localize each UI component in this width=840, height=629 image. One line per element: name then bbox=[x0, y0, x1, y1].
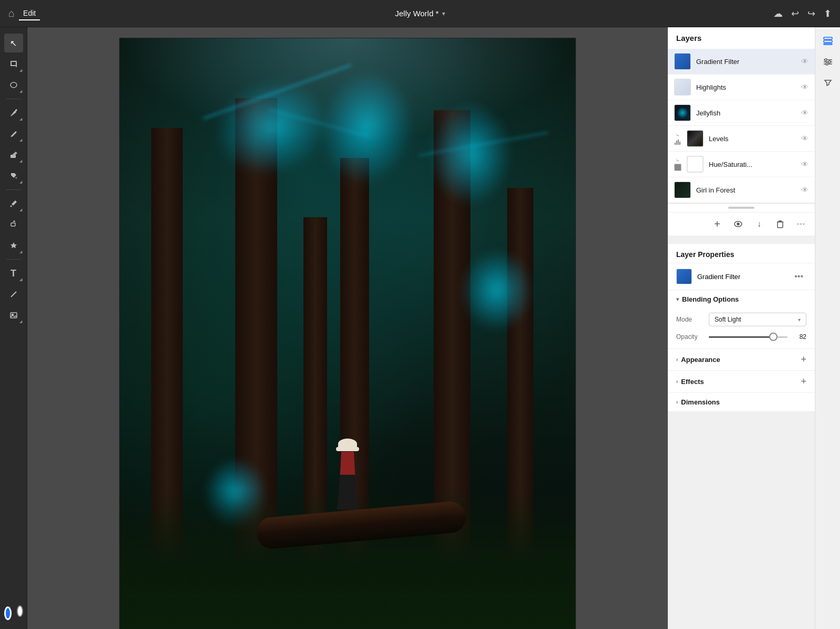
tool-divider-2 bbox=[6, 189, 21, 190]
export-icon[interactable]: ⬆ bbox=[824, 8, 832, 19]
layer-eye-huesat[interactable]: 👁 bbox=[801, 160, 808, 168]
layer-name-gradient-filter: Gradient Filter bbox=[696, 58, 796, 66]
text-tool[interactable]: T◢ bbox=[4, 264, 23, 283]
sky-highlight bbox=[120, 38, 575, 143]
layer-item-huesat[interactable]: ⤷ Hue/Saturati... 👁 bbox=[668, 152, 815, 177]
layer-eye-levels[interactable]: 👁 bbox=[801, 134, 808, 143]
main-layout: ↖ ◢ ◢ ◢ bbox=[0, 27, 840, 629]
effects-section[interactable]: › Effects + bbox=[668, 371, 815, 393]
layer-properties-row: Gradient Filter ••• bbox=[668, 263, 815, 290]
eyedropper-tool[interactable]: ◢ bbox=[4, 194, 23, 213]
layer-item-highlights[interactable]: Highlights 👁 bbox=[668, 74, 815, 100]
paint-bucket-tool[interactable]: ◢ bbox=[4, 166, 23, 185]
topbar: ⌂ Edit Jelly World * ▾ ☁ ↩ ↪ ⬆ bbox=[0, 0, 840, 27]
blend-mode-dropdown[interactable]: Soft Light ▾ bbox=[709, 313, 806, 326]
add-layer-button[interactable]: + bbox=[708, 215, 727, 233]
image-tool[interactable]: ◢ bbox=[4, 306, 23, 325]
huesat-adj-icon bbox=[674, 164, 681, 171]
svg-line-10 bbox=[11, 292, 16, 297]
dimensions-title: Dimensions bbox=[681, 398, 720, 406]
pencil-tool[interactable]: ◢ bbox=[4, 124, 23, 143]
layer-item-gradient-filter[interactable]: Gradient Filter 👁 bbox=[668, 49, 815, 74]
doc-title: Jelly World * bbox=[395, 9, 438, 18]
svg-point-4 bbox=[10, 82, 17, 88]
layer-eye-girl-forest[interactable]: 👁 bbox=[801, 186, 808, 194]
layer-eye-jellyfish[interactable]: 👁 bbox=[801, 109, 808, 117]
histogram-icon bbox=[674, 138, 681, 145]
opacity-thumb[interactable] bbox=[769, 333, 778, 341]
filters-panel-icon[interactable] bbox=[818, 73, 837, 92]
layers-panel-icon[interactable] bbox=[818, 31, 837, 50]
edit-tab[interactable]: Edit bbox=[19, 7, 40, 20]
layer-properties-section: Layer Properties Gradient Filter ••• ▾ B… bbox=[668, 240, 815, 412]
blending-options-content: Mode Soft Light ▾ Opacity bbox=[668, 308, 815, 348]
visibility-button[interactable] bbox=[729, 215, 748, 233]
svg-rect-19 bbox=[778, 222, 783, 228]
effects-chevron-icon: › bbox=[676, 379, 678, 385]
redo-icon[interactable]: ↪ bbox=[807, 8, 815, 19]
effects-add-icon[interactable]: + bbox=[801, 376, 806, 387]
lasso-tool[interactable]: ◢ bbox=[4, 76, 23, 94]
move-down-button[interactable]: ↓ bbox=[750, 215, 769, 233]
clip-icon-huesat: ⤷ bbox=[676, 158, 680, 163]
dimensions-header-left: › Dimensions bbox=[676, 398, 720, 406]
healing-tool[interactable]: ◢ bbox=[4, 236, 23, 255]
foreground-swatch[interactable] bbox=[4, 606, 12, 620]
layer-name-girl-forest: Girl in Forest bbox=[696, 186, 796, 194]
canvas-container bbox=[119, 38, 576, 629]
layer-properties-header: Layer Properties bbox=[668, 244, 815, 263]
topbar-left: ⌂ Edit bbox=[8, 7, 113, 20]
svg-rect-21 bbox=[824, 40, 832, 42]
svg-point-27 bbox=[828, 61, 831, 63]
layer-name-highlights: Highlights bbox=[696, 83, 796, 91]
layer-item-levels[interactable]: ⤷ Levels 👁 bbox=[668, 126, 815, 152]
eraser-tool[interactable]: ◢ bbox=[4, 145, 23, 164]
canvas-image bbox=[120, 38, 575, 629]
layer-item-girl-forest[interactable]: Girl in Forest 👁 bbox=[668, 177, 815, 203]
layer-eye-gradient-filter[interactable]: 👁 bbox=[801, 57, 808, 66]
topbar-right: ☁ ↩ ↪ ⬆ bbox=[727, 8, 832, 19]
more-options-button[interactable]: ··· bbox=[792, 215, 811, 233]
opacity-value: 82 bbox=[794, 333, 806, 340]
svg-rect-9 bbox=[11, 223, 15, 226]
appearance-section[interactable]: › Appearance + bbox=[668, 349, 815, 371]
svg-rect-2 bbox=[16, 62, 17, 67]
opacity-label: Opacity bbox=[676, 333, 702, 340]
layer-name-levels: Levels bbox=[709, 135, 796, 143]
tool-divider-1 bbox=[6, 99, 21, 99]
blending-options-title: Blending Options bbox=[682, 295, 739, 303]
svg-rect-22 bbox=[824, 44, 832, 45]
blending-options-header[interactable]: ▾ Blending Options bbox=[668, 290, 815, 308]
select-tool[interactable]: ↖ bbox=[4, 34, 23, 52]
blend-mode-chevron-icon: ▾ bbox=[798, 317, 801, 323]
layers-panel-header: Layers bbox=[668, 27, 815, 49]
brush-tool[interactable]: ◢ bbox=[4, 103, 23, 122]
svg-rect-15 bbox=[678, 140, 679, 145]
opacity-row: Opacity 82 bbox=[676, 332, 806, 342]
svg-point-18 bbox=[737, 223, 739, 225]
line-tool[interactable] bbox=[4, 285, 23, 304]
color-swatches bbox=[4, 604, 23, 623]
appearance-add-icon[interactable]: + bbox=[801, 354, 806, 365]
props-more-button[interactable]: ••• bbox=[791, 271, 806, 282]
svg-rect-14 bbox=[676, 141, 677, 145]
adjustments-panel-icon[interactable] bbox=[818, 52, 837, 71]
svg-rect-20 bbox=[824, 37, 832, 39]
crop-tool[interactable]: ◢ bbox=[4, 55, 23, 73]
blend-mode-row: Mode Soft Light ▾ bbox=[676, 313, 806, 326]
undo-icon[interactable]: ↩ bbox=[791, 8, 799, 19]
layer-thumb-levels bbox=[687, 130, 704, 147]
delete-layer-button[interactable] bbox=[771, 215, 790, 233]
clip-icon-levels: ⤷ bbox=[676, 133, 680, 138]
opacity-slider[interactable] bbox=[709, 332, 788, 342]
layer-eye-highlights[interactable]: 👁 bbox=[801, 83, 808, 91]
props-layer-name: Gradient Filter bbox=[697, 273, 786, 281]
doc-title-chevron-icon[interactable]: ▾ bbox=[442, 10, 445, 17]
home-icon[interactable]: ⌂ bbox=[8, 7, 15, 19]
cloud-icon[interactable]: ☁ bbox=[773, 8, 783, 19]
canvas-area[interactable] bbox=[27, 27, 668, 629]
background-swatch[interactable] bbox=[17, 605, 23, 617]
layer-item-jellyfish[interactable]: Jellyfish 👁 bbox=[668, 100, 815, 126]
dimensions-section[interactable]: › Dimensions bbox=[668, 393, 815, 412]
transform-tool[interactable] bbox=[4, 215, 23, 234]
